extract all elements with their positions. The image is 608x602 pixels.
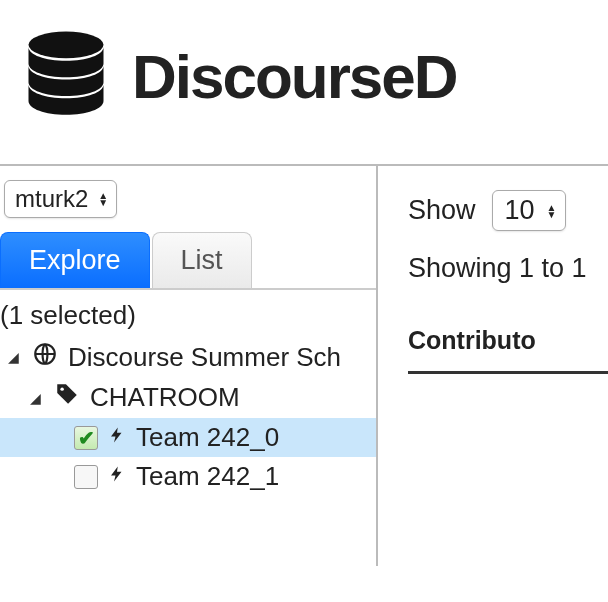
twisty-open-icon[interactable]: ◢ xyxy=(30,390,44,406)
lightning-icon xyxy=(108,424,126,451)
tree-row-team0[interactable]: ✔ Team 242_0 xyxy=(0,418,376,457)
tree-row-root[interactable]: ◢ Discourse Summer Sch xyxy=(0,337,376,377)
tab-list[interactable]: List xyxy=(152,232,252,288)
twisty-open-icon[interactable]: ◢ xyxy=(8,349,22,365)
app-header: DiscourseD xyxy=(0,0,608,164)
tabs: Explore List xyxy=(0,232,376,290)
svg-point-0 xyxy=(29,32,104,59)
lightning-icon xyxy=(108,463,126,490)
tab-explore[interactable]: Explore xyxy=(0,232,150,288)
checkbox-checked-icon[interactable]: ✔ xyxy=(74,426,98,450)
selected-count: (1 selected) xyxy=(0,290,376,335)
tree-row-chatroom[interactable]: ◢ CHATROOM xyxy=(0,377,376,418)
show-row: Show 10 ▲▼ xyxy=(408,190,608,231)
main-content: mturk2 ▲▼ Explore List (1 selected) ◢ Di… xyxy=(0,164,608,566)
tree-root-label: Discourse Summer Sch xyxy=(68,342,341,373)
tree-chatroom-label: CHATROOM xyxy=(90,382,240,413)
show-label: Show xyxy=(408,195,476,226)
page-size-select[interactable]: 10 ▲▼ xyxy=(492,190,566,231)
page-size-value: 10 xyxy=(505,195,535,226)
left-panel: mturk2 ▲▼ Explore List (1 selected) ◢ Di… xyxy=(0,166,378,566)
table-header-divider xyxy=(408,371,608,374)
dataset-select[interactable]: mturk2 ▲▼ xyxy=(4,180,117,218)
column-header-contributor: Contributo xyxy=(408,326,608,365)
checkbox-unchecked-icon[interactable] xyxy=(74,465,98,489)
tree-team1-label: Team 242_1 xyxy=(136,461,279,492)
right-panel: Show 10 ▲▼ Showing 1 to 1 Contributo xyxy=(378,166,608,566)
tree: ◢ Discourse Summer Sch ◢ CHAT xyxy=(0,335,376,496)
updown-icon: ▲▼ xyxy=(98,192,108,206)
tag-icon xyxy=(54,381,80,414)
updown-icon: ▲▼ xyxy=(547,204,557,218)
showing-text: Showing 1 to 1 xyxy=(408,253,608,284)
brand-title: DiscourseD xyxy=(132,41,457,112)
svg-point-2 xyxy=(60,387,63,390)
tree-team0-label: Team 242_0 xyxy=(136,422,279,453)
globe-icon xyxy=(32,341,58,373)
tree-row-team1[interactable]: Team 242_1 xyxy=(0,457,376,496)
dataset-select-value: mturk2 xyxy=(15,185,88,213)
database-icon xyxy=(16,24,116,128)
